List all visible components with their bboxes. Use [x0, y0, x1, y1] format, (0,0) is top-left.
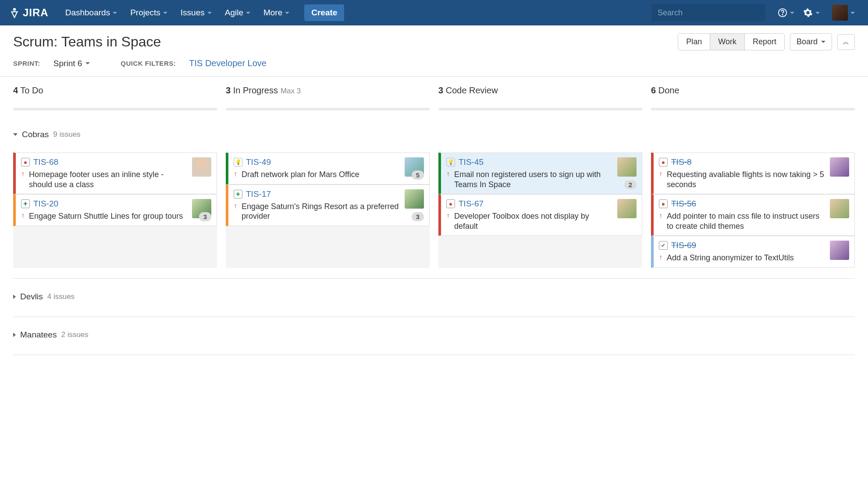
column-name: Done: [658, 85, 679, 95]
column-progress-bar: [651, 108, 855, 110]
board-dropdown[interactable]: Board: [790, 33, 832, 50]
issue-card[interactable]: TIS-8 Requesting avaliable flights is no…: [651, 153, 855, 194]
estimate-badge: 5: [412, 170, 424, 180]
swimlane-toggle[interactable]: Cobras9 issues: [13, 125, 855, 144]
tab-plan[interactable]: Plan: [678, 34, 710, 50]
priority-icon: [659, 253, 662, 262]
nav-items: Dashboards Projects Issues Agile More Cr…: [61, 4, 345, 21]
chevron-down-icon: [821, 41, 825, 43]
issue-key[interactable]: TIS-17: [246, 189, 271, 199]
assignee-avatar[interactable]: [192, 157, 211, 177]
story-icon: [234, 190, 242, 199]
chevron-right-icon: [13, 295, 16, 299]
issue-key[interactable]: TIS-68: [33, 157, 58, 167]
nav-dashboards[interactable]: Dashboards: [61, 4, 121, 21]
assignee-avatar[interactable]: [617, 157, 637, 177]
quick-filter-link[interactable]: TIS Developer Love: [189, 58, 267, 68]
top-nav: JIRA Dashboards Projects Issues Agile Mo…: [0, 0, 868, 25]
create-button[interactable]: Create: [304, 4, 344, 21]
help-icon: [778, 8, 787, 18]
issue-key[interactable]: TIS-56: [671, 199, 696, 209]
column-progress-bar: [226, 108, 430, 110]
column-header: 3 Code Review: [438, 85, 642, 99]
issue-key[interactable]: TIS-45: [459, 157, 484, 167]
swimlane-name: Cobras: [22, 130, 49, 139]
story-icon: [21, 199, 30, 208]
task-icon: [659, 241, 668, 250]
issue-summary: Homepage footer uses an inline style - s…: [29, 170, 187, 189]
logo-text: JIRA: [23, 7, 49, 19]
issue-summary: Add pointer to main css file to instruct…: [667, 211, 825, 231]
tab-report[interactable]: Report: [745, 34, 784, 50]
assignee-avatar[interactable]: [617, 199, 637, 218]
chevron-right-icon: [13, 333, 16, 337]
issue-card[interactable]: TIS-17 Engage Saturn's Rings Resort as a…: [226, 185, 430, 226]
priority-icon: [21, 211, 25, 220]
issue-summary: Add a String anonymizer to TextUtils: [667, 253, 794, 263]
bug-icon: [21, 158, 30, 167]
chevron-down-icon: [13, 133, 18, 136]
swimlane-toggle[interactable]: Manatees2 issues: [13, 326, 855, 344]
search-box[interactable]: [651, 4, 765, 21]
issue-card[interactable]: TIS-67 Developer Toolbox does not displa…: [438, 194, 642, 236]
issue-key[interactable]: TIS-20: [33, 199, 58, 209]
issue-card[interactable]: TIS-56 Add pointer to main css file to i…: [651, 194, 855, 236]
assignee-avatar[interactable]: [405, 189, 424, 209]
nav-issues[interactable]: Issues: [176, 4, 216, 21]
priority-icon: [234, 202, 237, 210]
nav-more[interactable]: More: [259, 4, 294, 21]
assignee-avatar[interactable]: [830, 157, 849, 177]
chevron-down-icon: [207, 12, 212, 14]
chevron-down-icon: [85, 62, 90, 64]
gear-icon: [803, 8, 813, 18]
board: 4 To Do3 In ProgressMax 33 Code Review6 …: [0, 77, 868, 364]
swimlane-toggle[interactable]: Devlis4 issues: [13, 288, 855, 306]
sprint-selector[interactable]: Sprint 6: [53, 59, 90, 68]
swimlane-issue-count: 4 issues: [47, 292, 75, 301]
assignee-avatar[interactable]: [830, 241, 849, 260]
settings-button[interactable]: [803, 8, 820, 18]
issue-summary: Engage Saturn's Rings Resort as a prefer…: [242, 202, 399, 221]
issue-card[interactable]: TIS-20 Engage Saturn Shuttle Lines for g…: [13, 194, 217, 226]
chevron-down-icon: [163, 12, 167, 14]
priority-icon: [234, 170, 237, 178]
page-title: Scrum: Teams in Space: [13, 34, 161, 50]
issue-card[interactable]: TIS-69 Add a String anonymizer to TextUt…: [651, 236, 855, 268]
estimate-badge: 2: [624, 180, 637, 189]
issue-summary: Requesting avaliable flights is now taki…: [667, 170, 825, 189]
column-body[interactable]: TIS-8 Requesting avaliable flights is no…: [651, 153, 855, 268]
issue-key[interactable]: TIS-69: [671, 241, 696, 250]
column-header: 3 In ProgressMax 3: [226, 85, 430, 99]
nav-projects[interactable]: Projects: [126, 4, 172, 21]
swimlane-separator: [13, 278, 855, 279]
issue-card[interactable]: TIS-49 Draft network plan for Mars Offic…: [226, 153, 430, 185]
tab-work[interactable]: Work: [710, 34, 745, 50]
swimlane-separator: [13, 355, 855, 355]
svg-point-4: [782, 14, 783, 15]
sprint-label: SPRINT:: [13, 60, 40, 67]
expand-button[interactable]: ︽: [837, 34, 855, 50]
swimlane-name: Manatees: [20, 330, 57, 340]
issue-card[interactable]: TIS-45 Email non registered users to sig…: [438, 153, 642, 194]
issue-key[interactable]: TIS-67: [459, 199, 484, 209]
column-name: In Progress: [233, 85, 278, 95]
help-button[interactable]: [778, 8, 794, 18]
chevron-down-icon: [246, 12, 250, 14]
profile-menu[interactable]: [829, 5, 855, 21]
nav-agile[interactable]: Agile: [221, 4, 255, 21]
issue-key[interactable]: TIS-8: [671, 157, 691, 167]
search-input[interactable]: [658, 8, 759, 18]
jira-logo-icon: [9, 7, 20, 18]
chevron-down-icon: [815, 12, 820, 14]
jira-logo[interactable]: JIRA: [9, 7, 49, 19]
issue-key[interactable]: TIS-49: [246, 157, 271, 167]
issue-card[interactable]: TIS-68 Homepage footer uses an inline st…: [13, 153, 217, 194]
column-body[interactable]: TIS-49 Draft network plan for Mars Offic…: [226, 153, 430, 268]
page-header: Scrum: Teams in Space Plan Work Report B…: [0, 25, 868, 77]
chevron-down-icon: [113, 12, 117, 14]
column-body[interactable]: TIS-45 Email non registered users to sig…: [438, 153, 642, 268]
priority-icon: [446, 170, 450, 178]
column-body[interactable]: TIS-68 Homepage footer uses an inline st…: [13, 153, 217, 268]
estimate-badge: 3: [412, 212, 424, 221]
assignee-avatar[interactable]: [830, 199, 849, 218]
